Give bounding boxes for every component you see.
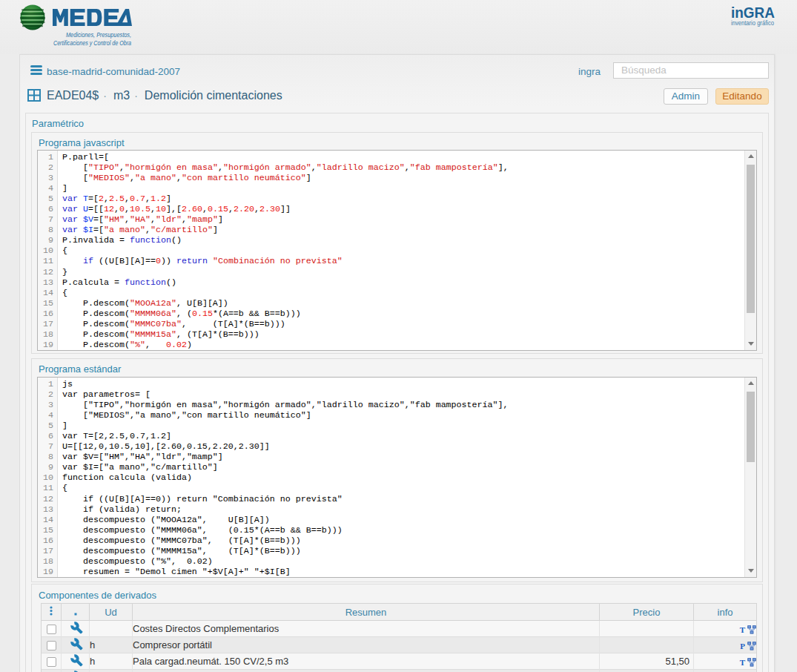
svg-text:inventario gráfico: inventario gráfico: [731, 19, 774, 27]
svg-text:Certificaciones y Control de O: Certificaciones y Control de Obra: [53, 39, 131, 47]
svg-text:Mediciones, Presupuestos,: Mediciones, Presupuestos,: [66, 31, 131, 39]
